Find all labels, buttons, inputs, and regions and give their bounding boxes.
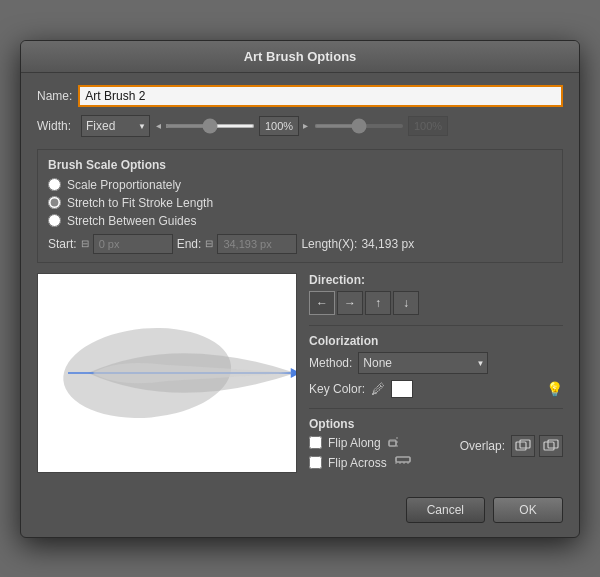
preview-canvas <box>37 273 297 473</box>
width-select[interactable]: Fixed Pressure Velocity <box>81 115 150 137</box>
options-label: Options <box>309 417 563 431</box>
end-label: End: <box>177 237 202 251</box>
svg-rect-12 <box>544 442 554 450</box>
dialog-title: Art Brush Options <box>21 41 579 73</box>
dialog-footer: Cancel OK <box>21 487 579 537</box>
radio-scale-prop[interactable] <box>48 178 61 191</box>
radio-stretch-guides: Stretch Between Guides <box>48 214 552 228</box>
overlap-btn-1[interactable] <box>511 435 535 457</box>
svg-rect-11 <box>548 440 558 448</box>
start-label: Start: <box>48 237 77 251</box>
direction-buttons: ← → ↑ ↓ <box>309 291 563 315</box>
width-row: Width: Fixed Pressure Velocity ◂ ▸ 100% <box>37 115 563 137</box>
brush-scale-section: Brush Scale Options Scale Proportionatel… <box>37 149 563 263</box>
flip-along-label: Flip Along <box>328 436 381 450</box>
name-label: Name: <box>37 89 72 103</box>
colorization-label: Colorization <box>309 334 563 348</box>
overlap-icon-1 <box>515 439 531 453</box>
cancel-button[interactable]: Cancel <box>406 497 485 523</box>
svg-rect-6 <box>396 457 410 462</box>
method-label: Method: <box>309 356 352 370</box>
slider-right-icon: ▸ <box>303 120 308 131</box>
options-section: Options Flip Along <box>309 408 563 471</box>
dir-btn-down[interactable]: ↓ <box>393 291 419 315</box>
name-row: Name: <box>37 85 563 107</box>
direction-label: Direction: <box>309 273 563 287</box>
overlap-icon-2 <box>543 439 559 453</box>
flip-across-icon <box>393 455 413 471</box>
main-content: Direction: ← → ↑ ↓ Colorization Method: <box>37 273 563 473</box>
flip-along-row: Flip Along <box>309 435 456 451</box>
width-label: Width: <box>37 119 71 133</box>
radio-stretch-stroke: Stretch to Fit Stroke Length <box>48 196 552 210</box>
color-swatch[interactable] <box>391 380 413 398</box>
radio-scale-prop-label: Scale Proportionately <box>67 178 181 192</box>
colorization-section: Colorization Method: None Tints Tints an… <box>309 325 563 398</box>
eyedropper-icon[interactable]: 🖉 <box>371 381 385 397</box>
radio-stretch-guides-label: Stretch Between Guides <box>67 214 196 228</box>
key-color-row: Key Color: 🖉 💡 <box>309 380 563 398</box>
dir-btn-right[interactable]: → <box>337 291 363 315</box>
slider-area-1: ◂ ▸ <box>156 116 308 136</box>
start-input[interactable] <box>93 234 173 254</box>
svg-rect-9 <box>516 442 526 450</box>
art-brush-options-dialog: Art Brush Options Name: Width: Fixed Pre… <box>20 40 580 538</box>
start-icon: ⊟ <box>81 238 89 249</box>
dir-btn-left[interactable]: ← <box>309 291 335 315</box>
svg-rect-7 <box>396 457 410 462</box>
width-select-wrapper: Fixed Pressure Velocity <box>81 115 150 137</box>
options-left: Flip Along Flip Across <box>309 435 456 471</box>
name-input[interactable] <box>78 85 563 107</box>
brush-scale-label: Brush Scale Options <box>48 158 552 172</box>
flip-along-icon <box>387 435 407 451</box>
width-slider-2 <box>314 124 404 128</box>
overlap-label: Overlap: <box>460 439 505 453</box>
method-select-wrapper: None Tints Tints and Shades Hue Shift <box>358 352 488 374</box>
slider-area-2: 100% <box>314 116 448 136</box>
svg-rect-10 <box>520 440 530 448</box>
right-panel: Direction: ← → ↑ ↓ Colorization Method: <box>309 273 563 473</box>
flip-across-checkbox[interactable] <box>309 456 322 469</box>
options-grid: Flip Along Flip Across <box>309 435 563 471</box>
ok-button[interactable]: OK <box>493 497 563 523</box>
flip-along-checkbox[interactable] <box>309 436 322 449</box>
svg-rect-3 <box>389 441 396 446</box>
percent-input-1[interactable] <box>259 116 299 136</box>
overlap-btn-2[interactable] <box>539 435 563 457</box>
tip-icon: 💡 <box>546 381 563 397</box>
radio-stretch-stroke-label: Stretch to Fit Stroke Length <box>67 196 213 210</box>
end-input[interactable] <box>217 234 297 254</box>
length-label: Length(X): <box>301 237 357 251</box>
flip-across-label: Flip Across <box>328 456 387 470</box>
slider-left-icon: ◂ <box>156 120 161 131</box>
method-row: Method: None Tints Tints and Shades Hue … <box>309 352 563 374</box>
overlap-area: Overlap: <box>460 435 563 457</box>
radio-stretch-guides-input[interactable] <box>48 214 61 227</box>
method-select[interactable]: None Tints Tints and Shades Hue Shift <box>358 352 488 374</box>
width-slider-1[interactable] <box>165 124 255 128</box>
dir-btn-up[interactable]: ↑ <box>365 291 391 315</box>
dimensions-row: Start: ⊟ End: ⊟ Length(X): 34,193 px <box>48 234 552 254</box>
radio-stretch-stroke-input[interactable] <box>48 196 61 209</box>
percent-input-2: 100% <box>408 116 448 136</box>
flip-across-row: Flip Across <box>309 455 456 471</box>
brush-preview-svg <box>38 274 296 472</box>
length-value: 34,193 px <box>361 237 414 251</box>
direction-section: Direction: ← → ↑ ↓ <box>309 273 563 315</box>
end-icon: ⊟ <box>205 238 213 249</box>
key-color-label: Key Color: <box>309 382 365 396</box>
radio-scale-proportionately: Scale Proportionately <box>48 178 552 192</box>
